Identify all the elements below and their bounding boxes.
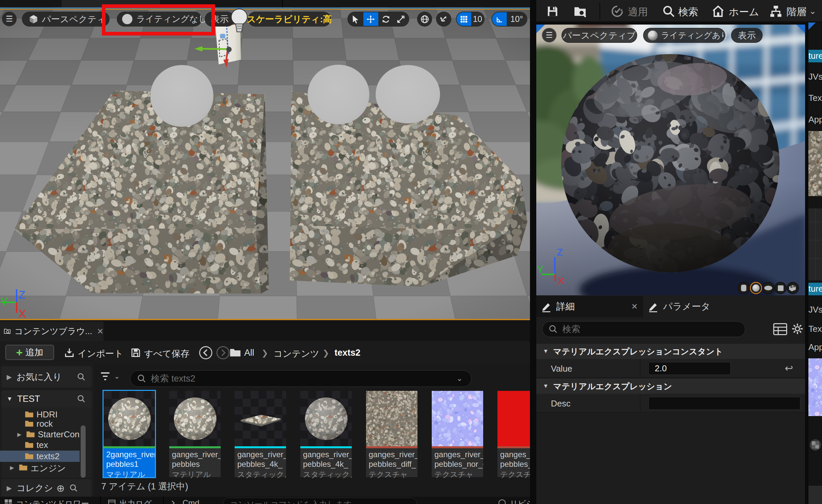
svg-text:Y: Y [1, 295, 8, 308]
svg-text:X: X [557, 275, 564, 286]
svg-text:Y: Y [537, 264, 543, 275]
svg-text:X: X [19, 307, 26, 319]
svg-text:Z: Z [557, 246, 563, 258]
svg-text:Z: Z [19, 288, 26, 301]
